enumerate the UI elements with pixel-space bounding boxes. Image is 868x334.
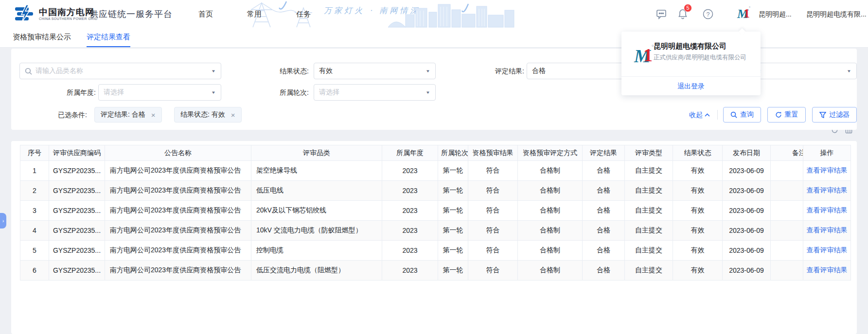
help-icon[interactable]: ? [702,8,714,20]
tab-prequalification-results[interactable]: 资格预审结果公示 [13,28,71,47]
cell-result: 合格 [583,201,625,221]
cell-result: 合格 [583,181,625,201]
header-divider [82,7,82,20]
column-header: 评审品类 [251,145,382,161]
nav-item-home[interactable]: 首页 [198,0,213,28]
category-search-select[interactable]: 请输入品类名称 ▼ [19,63,221,79]
cell-status: 有效 [673,261,723,281]
cell-prequal: 符合 [468,261,518,281]
cell-prequal: 符合 [468,221,518,241]
column-header: 所属轮次 [438,145,468,161]
cell-code: GYSZP20235... [49,201,105,221]
cell-status: 有效 [673,161,723,181]
platform-title: 供应链统一服务平台 [89,8,173,20]
cell-action: 查看评审结果 [803,201,851,221]
cell-round: 第一轮 [438,241,468,261]
cell-code: GYSZP20235... [49,161,105,181]
nav-item-tasks[interactable]: 任务 [296,0,311,28]
header-company-name[interactable]: 昆明明超电缆有限... [806,10,867,19]
app-logo: 中国南方电网 CHINA SOUTHERN POWER GRID [15,4,97,23]
view-review-result-link[interactable]: 查看评审结果 [807,266,848,274]
cell-round: 第一轮 [438,201,468,221]
filter-button-label: 过滤器 [829,110,850,119]
column-header: 评定结果 [583,145,625,161]
collapse-label: 收起 [689,107,703,123]
cell-method: 合格制 [518,221,583,241]
popup-company-name: 昆明明超电缆有限公司 [654,42,726,51]
cell-type: 自主提交 [625,241,673,261]
column-header: 结果状态 [673,145,723,161]
cell-code: GYSZP20235... [49,181,105,201]
cell-result: 合格 [583,241,625,261]
filter-chip-result-status[interactable]: 结果状态: 有效 × [174,107,242,123]
cell-year: 2023 [382,221,438,241]
view-review-result-link[interactable]: 查看评审结果 [807,206,848,214]
funnel-icon [819,112,826,118]
cell-type: 自主提交 [625,181,673,201]
cell-result: 合格 [583,261,625,281]
svg-text:?: ? [707,11,710,18]
cell-status: 有效 [673,241,723,261]
result-status-label: 结果状态: [264,63,309,79]
selected-conditions-label: 已选条件: [58,107,87,123]
chevron-up-icon [705,113,710,117]
results-table-card: 序号评审供应商编码公告名称评审品类所属年度所属轮次资格预审结果资格预审评定方式评… [11,141,857,334]
cell-date: 2023-06-09 [723,261,771,281]
cell-category: 低压交流电力电缆（阻燃型） [251,261,382,281]
filter-chip-evaluation-result[interactable]: 评定结果: 合格 × [94,107,162,123]
evaluation-result-label: 评定结果: [479,63,524,79]
cell-action: 查看评审结果 [803,221,851,241]
popup-company-role: 正式供应商/昆明明超电缆有限公司 [654,53,746,62]
reset-button-label: 重置 [785,110,798,119]
cell-seq: 6 [20,261,49,281]
cell-prequal: 符合 [468,241,518,261]
table-row: 2GYSZP20235...南方电网公司2023年度供应商资格预审公告低压电线2… [20,181,851,201]
table-row: 3GYSZP20235...南方电网公司2023年度供应商资格预审公告20kV及… [20,201,851,221]
decoration-text: 万家灯火 · 南网情深 [324,6,420,15]
chevron-down-icon: ▼ [211,69,216,73]
filter-button[interactable]: 过滤器 [812,107,857,123]
logout-button[interactable]: 退出登录 [621,77,761,95]
chevron-down-icon: ▼ [425,90,430,95]
cell-method: 合格制 [518,261,583,281]
cell-notice: 南方电网公司2023年度供应商资格预审公告 [105,181,251,201]
cell-remark [771,161,803,181]
collapse-filters-button[interactable]: 收起 [689,107,710,123]
top-header: 万家灯火 · 南网情深 中国南方电网 CHINA [0,0,868,28]
cell-date: 2023-06-09 [723,241,771,261]
cell-notice: 南方电网公司2023年度供应商资格预审公告 [105,201,251,221]
column-header: 评审类型 [625,145,673,161]
view-review-result-link[interactable]: 查看评审结果 [807,246,848,254]
cell-year: 2023 [382,241,438,261]
page: 万家灯火 · 南网情深 中国南方电网 CHINA [0,0,868,334]
cell-category: 20kV及以下钢芯铝绞线 [251,201,382,221]
chip-text: 评定结果: 合格 [101,110,145,119]
view-review-result-link[interactable]: 查看评审结果 [807,226,848,234]
nav-item-common[interactable]: 常用 [247,0,262,28]
close-icon[interactable]: × [151,111,156,119]
tab-evaluation-results[interactable]: 评定结果查看 [87,28,130,47]
year-label: 所属年度: [51,84,96,101]
cell-seq: 5 [20,241,49,261]
cell-action: 查看评审结果 [803,241,851,261]
view-review-result-link[interactable]: 查看评审结果 [807,186,848,194]
evaluation-result-value: 合格 [532,67,546,75]
result-status-select[interactable]: 有效 ▼ [314,63,436,79]
cell-date: 2023-06-09 [723,201,771,221]
year-select[interactable]: 请选择 ▼ [98,84,221,101]
cell-date: 2023-06-09 [723,221,771,241]
cell-date: 2023-06-09 [723,181,771,201]
company-avatar[interactable]: M1° [737,7,752,21]
cell-status: 有效 [673,201,723,221]
close-icon[interactable]: × [231,111,235,119]
cell-action: 查看评审结果 [803,261,851,281]
view-review-result-link[interactable]: 查看评审结果 [807,166,848,174]
reset-button[interactable]: 重置 [767,107,806,123]
search-button[interactable]: 查询 [723,107,761,123]
cell-code: GYSZP20235... [49,241,105,261]
table-row: 4GYSZP20235...南方电网公司2023年度供应商资格预审公告10kV … [20,221,851,241]
sidebar-expand-toggle[interactable]: › [0,213,6,229]
header-user-name[interactable]: 昆明明超... [759,10,792,19]
round-select[interactable]: 请选择 ▼ [314,84,436,101]
message-icon[interactable] [655,8,667,20]
